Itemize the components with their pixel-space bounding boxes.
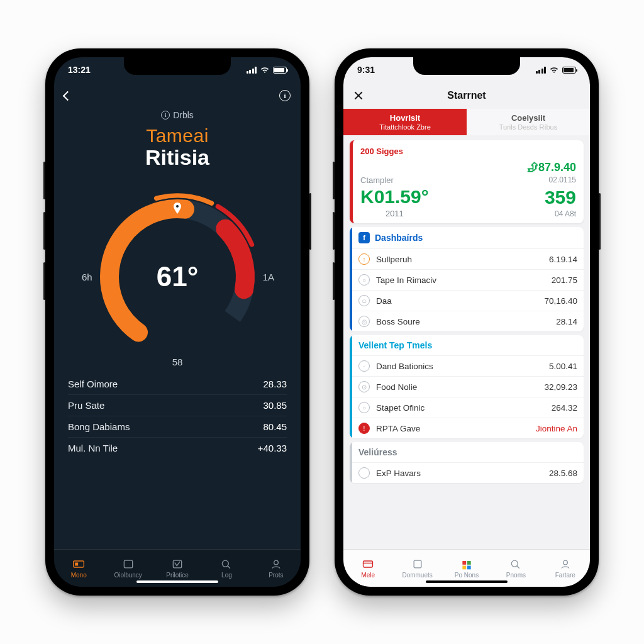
- nav-bar: Starrnet: [343, 82, 590, 109]
- metric-row[interactable]: Self Oimore28.33: [68, 374, 287, 394]
- card-right-t1: ⮵87.9.40: [527, 161, 576, 174]
- card-right-n2: 359: [527, 187, 576, 208]
- svg-rect-13: [414, 560, 421, 568]
- page-title: Starrnet: [447, 90, 486, 101]
- clock: 9:31: [357, 65, 375, 75]
- nav-bar: i: [54, 82, 301, 109]
- segmented-tabs: HovrlsitTitattchlook Zbre CoelysiitTuril…: [343, 109, 590, 135]
- metric-list: Self Oimore28.33 Pru Sate30.85 Bong Dabi…: [68, 374, 287, 458]
- section-dashboards: fDashbaírds ↑Sullperuh6.19.14 ○Tape In R…: [350, 227, 584, 331]
- title-main: Ritisia: [68, 145, 287, 170]
- svg-rect-12: [364, 561, 373, 567]
- section-header[interactable]: fDashbaírds: [352, 227, 584, 248]
- tab-mele[interactable]: Mele: [343, 550, 392, 587]
- status-icons: [247, 66, 287, 74]
- section-veliuress: Veliúress ExP Havars28.5.68: [350, 442, 584, 483]
- svg-point-19: [563, 560, 567, 565]
- gauge-value: 61°: [83, 182, 272, 371]
- tab-fartare[interactable]: Fartare: [541, 550, 590, 587]
- list-item[interactable]: !RPTA GaveJiontine An: [352, 418, 584, 438]
- list-item[interactable]: ExP Havars28.5.68: [352, 462, 584, 483]
- battery-icon: [562, 67, 576, 74]
- gauge-bottom: 58: [172, 357, 183, 367]
- back-icon[interactable]: [63, 91, 73, 101]
- svg-rect-15: [467, 561, 471, 565]
- metric-row[interactable]: Mul. Nn Tile+40.33: [68, 437, 287, 458]
- home-indicator[interactable]: [426, 580, 508, 583]
- svg-point-11: [274, 560, 278, 565]
- list-item[interactable]: ·Dand Bationics5.00.41: [352, 355, 584, 376]
- home-indicator[interactable]: [136, 580, 218, 583]
- tab-coelysiit[interactable]: CoelysiitTurils Desds Ríbus: [467, 109, 590, 135]
- status-icons: [536, 66, 577, 74]
- section-header[interactable]: Veliúress: [352, 442, 584, 462]
- svg-rect-14: [462, 561, 466, 565]
- title-accent: Tameai: [68, 125, 287, 147]
- clock: 13:21: [68, 65, 91, 75]
- wifi-icon: [260, 66, 270, 74]
- gauge-left: 6h: [82, 272, 92, 282]
- info-icon[interactable]: i: [279, 90, 291, 101]
- section-vellent: Vellent Tep Tmels ·Dand Bationics5.00.41…: [350, 335, 584, 438]
- list-item[interactable]: ↑Sullperuh6.19.14: [352, 248, 584, 269]
- svg-rect-7: [75, 562, 78, 565]
- list-item[interactable]: ⊙Food Nolie32,09.23: [352, 376, 584, 397]
- svg-rect-6: [74, 561, 84, 567]
- card-left-yr: 2011: [360, 209, 429, 218]
- cellular-icon: [247, 67, 257, 74]
- svg-rect-8: [124, 560, 132, 568]
- gauge: 61° 6h 1A 58: [83, 182, 272, 371]
- gauge-right: 1A: [263, 272, 274, 282]
- card-left-num: K01.59°: [360, 186, 429, 208]
- section-header[interactable]: Vellent Tep Tmels: [352, 335, 584, 355]
- list-item[interactable]: ☺Daa70,16.40: [352, 290, 584, 311]
- tab-prots[interactable]: Prots: [252, 550, 301, 587]
- card-left-sub: Ctampler: [360, 175, 429, 185]
- svg-rect-16: [462, 565, 466, 569]
- summary-card[interactable]: 200 Sigges Ctampler K01.59° 2011 ⮵87.9.4…: [350, 140, 584, 223]
- list-item[interactable]: ○Stapet Ofinic264.32: [352, 397, 584, 418]
- close-icon[interactable]: [353, 91, 364, 101]
- tab-hovrlsit[interactable]: HovrlsitTitattchlook Zbre: [343, 109, 467, 135]
- cellular-icon: [536, 67, 547, 74]
- battery-icon: [273, 67, 287, 74]
- card-right-t2: 02.0115: [527, 175, 576, 184]
- card-right-t3: 04 A8t: [527, 209, 576, 218]
- list-item[interactable]: ○Tape In Rimaciv201.75: [352, 269, 584, 290]
- svg-rect-17: [467, 565, 471, 569]
- subtitle: i Drbls: [68, 110, 287, 120]
- tab-mono[interactable]: Mono: [54, 550, 103, 587]
- card-heading: 200 Sigges: [360, 147, 576, 156]
- list-item[interactable]: ◎Boss Soure28.14: [352, 311, 584, 331]
- metric-row[interactable]: Bong Dabiams80.45: [68, 416, 287, 437]
- svg-rect-9: [173, 560, 181, 568]
- wifi-icon: [549, 66, 559, 74]
- metric-row[interactable]: Pru Sate30.85: [68, 394, 287, 416]
- brand-info-icon: i: [161, 111, 170, 119]
